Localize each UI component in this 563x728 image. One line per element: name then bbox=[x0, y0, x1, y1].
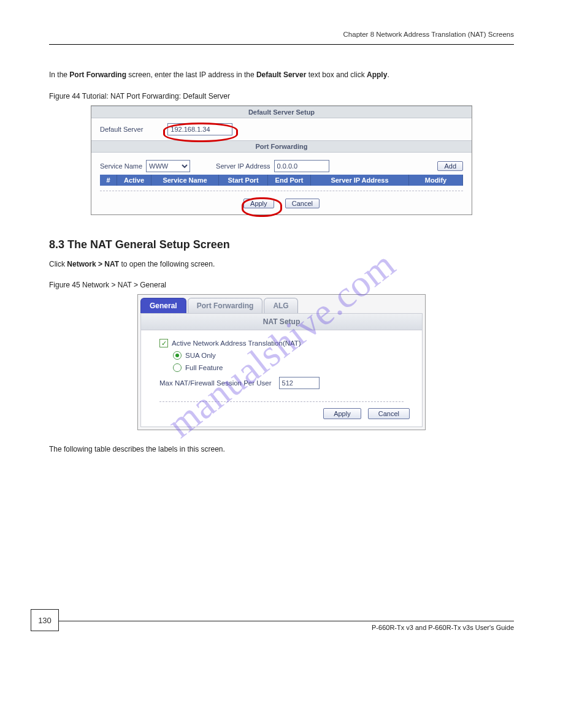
port-forwarding-title: Port Forwarding bbox=[91, 140, 472, 153]
tab-general[interactable]: General bbox=[140, 298, 186, 313]
text-frag: screen, enter the last IP address in the bbox=[126, 70, 256, 79]
footer-rule bbox=[58, 621, 514, 621]
dotted-sep bbox=[100, 191, 463, 191]
fig2-caption-no: Figure 45 bbox=[49, 281, 82, 289]
default-server-label: Default Server bbox=[100, 126, 143, 133]
apply-button-2[interactable]: Apply bbox=[323, 408, 361, 419]
section-paragraph: Click Network > NAT to open the followin… bbox=[49, 259, 514, 270]
th-end: End Port bbox=[268, 175, 311, 186]
th-ip: Server IP Address bbox=[311, 175, 409, 186]
post-figure-text: The following table describes the labels… bbox=[49, 444, 514, 455]
fig2-caption: Figure 45 Network > NAT > General bbox=[49, 281, 514, 289]
radio-full-feature[interactable] bbox=[173, 363, 182, 372]
fig2-caption-text: Network > NAT > General bbox=[82, 281, 166, 289]
service-name-select[interactable]: WWW bbox=[146, 160, 190, 172]
radio-sua-only[interactable] bbox=[173, 351, 182, 360]
th-modify: Modify bbox=[409, 175, 463, 186]
nat-active-label: Active Network Address Translation(NAT) bbox=[172, 339, 301, 347]
text-frag: In the bbox=[49, 70, 69, 79]
text-strong: Default Server bbox=[256, 70, 306, 79]
fig2-panel: General Port Forwarding ALG NAT Setup ✓ … bbox=[137, 294, 426, 430]
text-frag: . bbox=[387, 70, 389, 79]
dotted-sep2 bbox=[159, 401, 404, 402]
text-strong: Port Forwarding bbox=[69, 70, 126, 79]
header-rule bbox=[49, 44, 514, 45]
server-ip-input[interactable] bbox=[274, 160, 329, 172]
server-ip-label: Server IP Address bbox=[216, 162, 270, 170]
tab-port-forwarding[interactable]: Port Forwarding bbox=[188, 298, 263, 313]
header-text: Chapter 8 Network Address Translation (N… bbox=[49, 31, 514, 38]
th-num: # bbox=[100, 175, 117, 186]
footer-text: P-660R-Tx v3 and P-660R-Tx v3s User's Gu… bbox=[372, 624, 514, 631]
text-strong: Apply bbox=[367, 70, 387, 79]
text-frag: to open the following screen. bbox=[119, 260, 215, 268]
default-server-input[interactable] bbox=[167, 123, 232, 135]
th-name: Service Name bbox=[151, 175, 219, 186]
add-button[interactable]: Add bbox=[437, 161, 463, 171]
th-active: Active bbox=[117, 175, 151, 186]
service-name-label: Service Name bbox=[100, 162, 142, 170]
fig1-panel: Default Server Setup Default Server Port… bbox=[91, 105, 472, 215]
fig1-caption-no: Figure 44 bbox=[49, 92, 82, 100]
tab-alg[interactable]: ALG bbox=[264, 298, 297, 313]
radio-sua-label: SUA Only bbox=[185, 352, 216, 359]
pf-table-header: # Active Service Name Start Port End Por… bbox=[100, 175, 463, 186]
section-heading: 8.3 The NAT General Setup Screen bbox=[49, 238, 514, 251]
apply-button[interactable]: Apply bbox=[243, 199, 274, 208]
nat-setup-title: NAT Setup bbox=[141, 314, 422, 330]
cancel-button-2[interactable]: Cancel bbox=[368, 408, 410, 419]
cancel-button[interactable]: Cancel bbox=[285, 199, 320, 208]
max-session-input[interactable] bbox=[279, 377, 320, 389]
page-number: 130 bbox=[31, 609, 59, 631]
text-strong: Network > NAT bbox=[67, 260, 119, 268]
fig1-caption-text: Tutorial: NAT Port Forwarding: Default S… bbox=[82, 92, 230, 100]
tabs-row: General Port Forwarding ALG bbox=[140, 297, 423, 313]
th-start: Start Port bbox=[219, 175, 268, 186]
fig1-caption: Figure 44 Tutorial: NAT Port Forwarding:… bbox=[49, 92, 514, 100]
text-frag: text box and click bbox=[306, 70, 367, 79]
text-frag: Click bbox=[49, 260, 67, 268]
max-session-label: Max NAT/Firewall Session Per User bbox=[159, 379, 272, 387]
radio-full-label: Full Feature bbox=[185, 364, 223, 371]
default-server-setup-title: Default Server Setup bbox=[91, 106, 472, 118]
intro-paragraph: In the Port Forwarding screen, enter the… bbox=[49, 69, 514, 81]
nat-active-checkbox[interactable]: ✓ bbox=[159, 339, 168, 347]
